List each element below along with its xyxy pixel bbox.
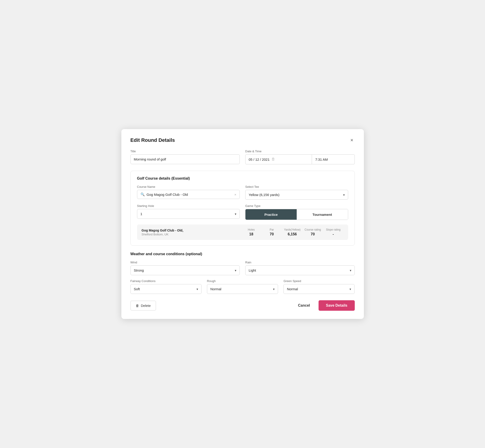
save-button[interactable]: Save Details bbox=[319, 300, 355, 311]
par-label: Par bbox=[270, 228, 274, 231]
wind-dropdown[interactable]: Strong ▾ bbox=[130, 265, 240, 275]
starting-hole-group: Starting Hole 1 ▾ bbox=[137, 204, 240, 220]
course-rating-label: Course rating bbox=[304, 228, 321, 231]
course-name-input[interactable]: 🔍 Gog Magog Golf Club - Old × bbox=[137, 190, 240, 199]
fairway-dropdown[interactable]: Soft ▾ bbox=[130, 284, 202, 294]
course-name-group: Course Name 🔍 Gog Magog Golf Club - Old … bbox=[137, 185, 240, 200]
chevron-down-icon: ▾ bbox=[235, 269, 236, 272]
wind-value: Strong bbox=[134, 268, 235, 272]
rain-label: Rain bbox=[245, 261, 355, 264]
calendar-icon: 🗓 bbox=[271, 157, 275, 161]
course-rating-stat: Course rating 70 bbox=[303, 228, 323, 236]
cancel-button[interactable]: Cancel bbox=[294, 301, 314, 310]
course-name-label: Course Name bbox=[137, 185, 240, 189]
close-button[interactable]: × bbox=[349, 137, 355, 143]
rain-value: Light bbox=[249, 268, 350, 272]
yards-stat: Yards(Yellow) 6,156 bbox=[282, 228, 303, 236]
chevron-down-icon: ▾ bbox=[350, 269, 351, 272]
title-field-group: Title bbox=[130, 150, 240, 164]
course-info-bar: Gog Magog Golf Club - Old, Shelford Bott… bbox=[137, 224, 348, 240]
green-speed-dropdown[interactable]: Normal ▾ bbox=[283, 284, 355, 294]
rough-label: Rough bbox=[207, 279, 278, 283]
course-name-value: Gog Magog Golf Club - Old bbox=[147, 192, 233, 196]
course-rating-value: 70 bbox=[311, 232, 315, 236]
slope-rating-value: - bbox=[333, 232, 334, 236]
fairway-group: Fairway Conditions Soft ▾ bbox=[130, 279, 202, 294]
title-input[interactable] bbox=[130, 154, 240, 164]
starting-hole-value: 1 bbox=[140, 212, 235, 216]
golf-course-section: Golf Course details (Essential) Course N… bbox=[130, 171, 355, 246]
wind-label: Wind bbox=[130, 261, 240, 264]
footer-right: Cancel Save Details bbox=[294, 300, 355, 311]
game-type-group: Game Type Practice Tournament bbox=[245, 204, 348, 220]
green-speed-value: Normal bbox=[287, 287, 349, 291]
modal-footer: 🗑 Delete Cancel Save Details bbox=[130, 300, 355, 311]
course-name-sub: Shelford Bottom, UK bbox=[142, 233, 241, 236]
slope-rating-label: Slope rating bbox=[326, 228, 340, 231]
rough-dropdown[interactable]: Normal ▾ bbox=[207, 284, 278, 294]
course-tee-row: Course Name 🔍 Gog Magog Golf Club - Old … bbox=[137, 185, 348, 200]
datetime-label: Date & Time bbox=[245, 150, 355, 153]
date-value: 05 / 12 / 2021 bbox=[249, 158, 270, 161]
fairway-label: Fairway Conditions bbox=[130, 279, 202, 283]
game-type-toggle: Practice Tournament bbox=[245, 209, 348, 220]
starting-hole-dropdown[interactable]: 1 ▾ bbox=[137, 209, 240, 219]
select-tee-group: Select Tee Yellow (6,156 yards) ▾ bbox=[245, 185, 348, 200]
par-stat: Par 70 bbox=[262, 228, 282, 236]
edit-round-modal: Edit Round Details × Title Date & Time 0… bbox=[121, 129, 364, 319]
title-label: Title bbox=[130, 150, 240, 153]
top-fields-row: Title Date & Time 05 / 12 / 2021 🗓 7:31 … bbox=[130, 150, 355, 164]
conditions-title: Weather and course conditions (optional) bbox=[130, 252, 355, 256]
chevron-down-icon: ▾ bbox=[196, 287, 198, 291]
rain-group: Rain Light ▾ bbox=[245, 261, 355, 275]
rough-group: Rough Normal ▾ bbox=[207, 279, 278, 294]
time-value: 7:31 AM bbox=[315, 158, 328, 161]
fairway-rough-green-row: Fairway Conditions Soft ▾ Rough Normal ▾… bbox=[130, 279, 355, 294]
search-icon: 🔍 bbox=[140, 192, 145, 196]
wind-group: Wind Strong ▾ bbox=[130, 261, 240, 275]
chevron-down-icon: ▾ bbox=[349, 287, 351, 291]
starting-hole-label: Starting Hole bbox=[137, 204, 240, 208]
select-tee-value: Yellow (6,156 yards) bbox=[249, 193, 343, 197]
chevron-down-icon: ▾ bbox=[343, 193, 345, 197]
select-tee-dropdown[interactable]: Yellow (6,156 yards) ▾ bbox=[245, 190, 348, 200]
wind-rain-row: Wind Strong ▾ Rain Light ▾ bbox=[130, 261, 355, 275]
chevron-down-icon: ▾ bbox=[235, 212, 236, 216]
delete-label: Delete bbox=[141, 304, 151, 308]
select-tee-label: Select Tee bbox=[245, 185, 348, 189]
fairway-value: Soft bbox=[134, 287, 196, 291]
modal-title: Edit Round Details bbox=[130, 137, 175, 143]
date-input[interactable]: 05 / 12 / 2021 🗓 bbox=[245, 154, 312, 164]
green-speed-group: Green Speed Normal ▾ bbox=[283, 279, 355, 294]
course-info-name: Gog Magog Golf Club - Old, Shelford Bott… bbox=[142, 229, 241, 236]
hole-gametype-row: Starting Hole 1 ▾ Game Type Practice Tou… bbox=[137, 204, 348, 220]
course-name-main: Gog Magog Golf Club - Old, bbox=[142, 229, 241, 232]
chevron-down-icon: ▾ bbox=[273, 287, 275, 291]
rough-value: Normal bbox=[210, 287, 273, 291]
conditions-section: Weather and course conditions (optional)… bbox=[130, 252, 355, 294]
green-speed-label: Green Speed bbox=[283, 279, 355, 283]
modal-header: Edit Round Details × bbox=[130, 137, 355, 143]
yards-value: 6,156 bbox=[288, 232, 297, 236]
golf-course-title: Golf Course details (Essential) bbox=[137, 176, 348, 181]
practice-toggle-button[interactable]: Practice bbox=[245, 209, 297, 220]
game-type-label: Game Type bbox=[245, 204, 348, 208]
holes-stat: Holes 18 bbox=[241, 228, 262, 236]
rain-dropdown[interactable]: Light ▾ bbox=[245, 265, 355, 275]
holes-label: Holes bbox=[248, 228, 255, 231]
time-input[interactable]: 7:31 AM bbox=[312, 154, 355, 164]
datetime-field-group: Date & Time 05 / 12 / 2021 🗓 7:31 AM bbox=[245, 150, 355, 164]
par-value: 70 bbox=[270, 232, 274, 236]
slope-rating-stat: Slope rating - bbox=[323, 228, 344, 236]
yards-label: Yards(Yellow) bbox=[284, 228, 300, 231]
datetime-inner: 05 / 12 / 2021 🗓 7:31 AM bbox=[245, 154, 355, 164]
tournament-toggle-button[interactable]: Tournament bbox=[297, 209, 348, 220]
holes-value: 18 bbox=[249, 232, 253, 236]
delete-button[interactable]: 🗑 Delete bbox=[130, 301, 156, 311]
clear-icon[interactable]: × bbox=[234, 192, 236, 196]
trash-icon: 🗑 bbox=[136, 304, 139, 308]
